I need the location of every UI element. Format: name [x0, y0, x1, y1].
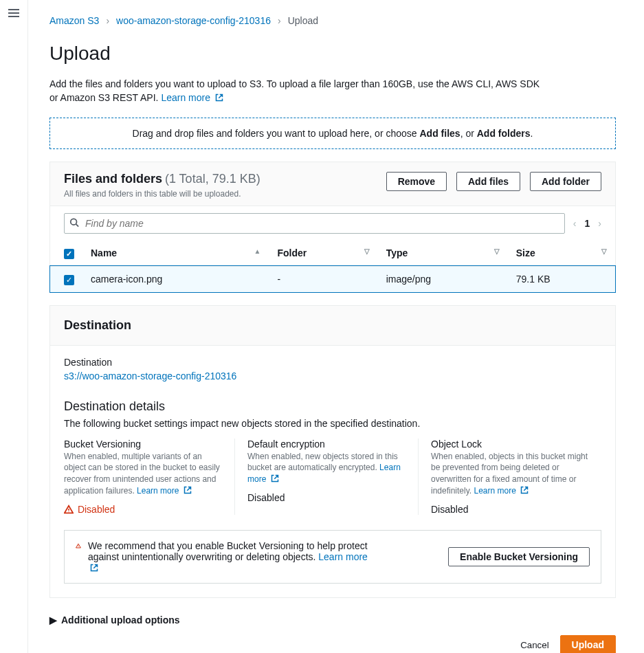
external-link-icon — [520, 486, 529, 494]
breadcrumb-root[interactable]: Amazon S3 — [49, 15, 99, 26]
files-meta: (1 Total, 79.1 KB) — [165, 172, 260, 186]
warning-icon — [76, 540, 81, 551]
cell-size: 79.1 KB — [508, 266, 615, 292]
page-title: Upload — [49, 43, 616, 65]
warning-icon — [64, 505, 74, 514]
files-table: ✓ Name▲ Folder▽ Type▽ Size▽ ✓ camera-ico… — [50, 241, 615, 292]
additional-options-toggle[interactable]: ▶Additional upload options — [49, 615, 616, 626]
destination-details-sub: The following bucket settings impact new… — [64, 418, 601, 429]
destination-path-link[interactable]: s3://woo-amazon-storage-config-210316 — [64, 370, 236, 381]
default-encryption-col: Default encryption When enabled, new obj… — [234, 439, 418, 515]
chevron-right-icon: › — [278, 15, 281, 26]
next-page-button[interactable]: › — [598, 218, 601, 229]
intro-text: Add the files and folders you want to up… — [49, 77, 544, 105]
menu-icon[interactable] — [8, 7, 19, 19]
enable-versioning-button[interactable]: Enable Bucket Versioning — [448, 547, 590, 566]
dropzone[interactable]: Drag and drop files and folders you want… — [49, 118, 616, 149]
remove-button[interactable]: Remove — [386, 172, 447, 191]
destination-title: Destination — [50, 306, 615, 346]
row-checkbox[interactable]: ✓ — [64, 275, 74, 285]
external-link-icon — [215, 93, 223, 102]
learn-more-link[interactable]: Learn more — [474, 486, 529, 496]
add-files-button[interactable]: Add files — [456, 172, 520, 191]
destination-details-title: Destination details — [64, 399, 601, 414]
breadcrumb: Amazon S3 › woo-amazon-storage-config-21… — [49, 15, 616, 26]
col-size[interactable]: Size▽ — [508, 241, 615, 267]
table-row[interactable]: ✓ camera-icon.png - image/png 79.1 KB — [50, 266, 615, 292]
cell-name: camera-icon.png — [82, 266, 269, 292]
external-link-icon — [90, 564, 98, 572]
add-folder-button[interactable]: Add folder — [530, 172, 601, 191]
learn-more-link[interactable]: Learn more — [137, 486, 192, 496]
sort-icon: ▽ — [364, 247, 370, 255]
page-number: 1 — [585, 218, 590, 229]
versioning-status: Disabled — [64, 504, 222, 515]
caret-right-icon: ▶ — [49, 615, 57, 626]
external-link-icon — [271, 474, 279, 483]
external-link-icon — [184, 486, 192, 494]
search-icon — [69, 217, 79, 229]
object-lock-col: Object Lock When enabled, objects in thi… — [418, 439, 601, 515]
sort-asc-icon: ▲ — [254, 247, 261, 255]
breadcrumb-bucket[interactable]: woo-amazon-storage-config-210316 — [116, 15, 271, 26]
cell-type: image/png — [378, 266, 508, 292]
cancel-button[interactable]: Cancel — [512, 636, 557, 653]
col-name[interactable]: Name▲ — [82, 241, 269, 267]
lock-status: Disabled — [431, 504, 589, 515]
bucket-versioning-col: Bucket Versioning When enabled, multiple… — [64, 439, 234, 515]
upload-button[interactable]: Upload — [560, 635, 616, 653]
destination-panel: Destination Destination s3://woo-amazon-… — [49, 305, 616, 598]
sort-icon: ▽ — [601, 247, 607, 255]
destination-label: Destination — [64, 357, 601, 368]
chevron-right-icon: › — [106, 15, 109, 26]
prev-page-button[interactable]: ‹ — [573, 218, 577, 229]
col-folder[interactable]: Folder▽ — [269, 241, 377, 267]
files-title: Files and folders — [64, 172, 162, 186]
select-all-checkbox[interactable]: ✓ — [64, 249, 74, 259]
versioning-alert: We recommend that you enable Bucket Vers… — [64, 530, 601, 584]
svg-point-0 — [71, 219, 77, 225]
files-panel: Files and folders (1 Total, 79.1 KB) All… — [49, 162, 616, 293]
encryption-status: Disabled — [247, 492, 406, 503]
search-input[interactable] — [64, 213, 565, 234]
col-type[interactable]: Type▽ — [378, 241, 508, 267]
files-sub: All files and folders in this table will… — [64, 189, 260, 199]
sort-icon: ▽ — [494, 247, 500, 255]
breadcrumb-current: Upload — [288, 15, 318, 26]
cell-folder: - — [269, 266, 377, 292]
learn-more-link[interactable]: Learn more — [161, 92, 223, 103]
